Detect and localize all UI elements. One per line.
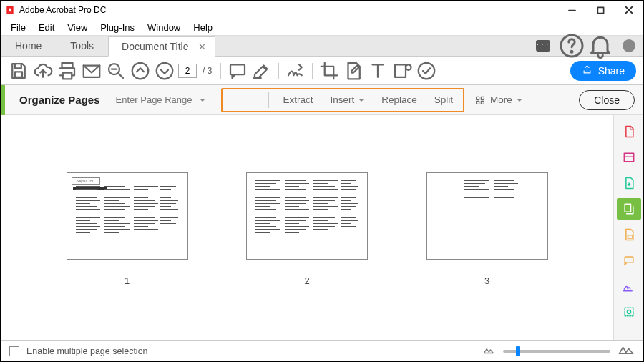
svg-rect-15 [230, 64, 245, 74]
insert-button[interactable]: Insert [322, 92, 369, 108]
comment-icon[interactable]: ● ● ● [529, 36, 557, 56]
svg-point-13 [132, 62, 149, 79]
rail-sign-icon[interactable] [617, 275, 641, 297]
menu-plugins[interactable]: Plug-Ins [94, 21, 140, 34]
delete-page-button[interactable] [254, 97, 263, 103]
minimize-button[interactable] [557, 1, 586, 19]
share-button-label: Share [598, 65, 625, 77]
replace-label: Replace [381, 94, 417, 105]
svg-point-5 [571, 51, 572, 52]
stamp-tool-icon[interactable] [391, 60, 413, 82]
adobe-acrobat-icon [5, 5, 15, 15]
window-close-button[interactable] [615, 1, 643, 19]
account-avatar[interactable] [615, 36, 643, 56]
rotate-right-button[interactable] [241, 97, 250, 103]
share-upload-icon [582, 64, 592, 77]
thumbnail-zoom-slider[interactable] [503, 350, 610, 353]
zoom-out-thumb-icon[interactable] [483, 346, 496, 356]
multi-select-label: Enable multiple page selection [26, 346, 148, 356]
menu-edit[interactable]: Edit [33, 21, 60, 34]
svg-rect-16 [395, 64, 406, 77]
organize-title: Organize Pages [19, 94, 100, 106]
extract-button[interactable]: Extract [275, 92, 318, 108]
more-label: More [490, 94, 512, 105]
svg-rect-23 [481, 97, 484, 99]
chevron-down-icon [358, 99, 364, 104]
app-title: Adobe Acrobat Pro DC [19, 5, 106, 15]
menu-view[interactable]: View [62, 21, 93, 34]
zoom-out-icon[interactable] [105, 60, 127, 82]
rail-sticky-note-icon[interactable] [617, 250, 641, 271]
replace-button[interactable]: Replace [373, 92, 421, 108]
highlight-tool-icon[interactable] [251, 60, 273, 82]
signature-tool-icon[interactable] [285, 60, 306, 82]
chevron-down-icon [200, 99, 205, 104]
page-thumbnail-3[interactable]: 3 [426, 172, 548, 286]
maximize-button[interactable] [586, 1, 615, 19]
page-number-label: 2 [246, 275, 368, 286]
zoom-in-thumb-icon[interactable] [618, 345, 635, 357]
mail-icon[interactable] [81, 60, 102, 82]
svg-rect-25 [481, 101, 484, 104]
page-up-icon[interactable] [130, 60, 151, 82]
save-icon[interactable] [8, 60, 29, 82]
svg-point-17 [406, 64, 411, 70]
tab-tools[interactable]: Tools [56, 36, 108, 56]
menu-help[interactable]: Help [187, 21, 218, 34]
svg-rect-30 [625, 257, 633, 263]
rail-redact-icon[interactable] [617, 301, 641, 323]
svg-rect-24 [477, 101, 479, 104]
cloud-upload-icon[interactable] [32, 60, 54, 82]
close-label: Close [594, 94, 620, 106]
organize-tool-group-highlight: Extract Insert Replace Split [221, 88, 465, 112]
text-tool-icon[interactable] [367, 60, 389, 82]
page-range-dropdown[interactable]: Enter Page Range [110, 92, 211, 108]
organize-accent [1, 85, 5, 115]
rotate-left-button[interactable] [228, 97, 237, 103]
close-organize-button[interactable]: Close [579, 90, 635, 110]
split-label: Split [434, 94, 453, 105]
page-number-input[interactable] [178, 64, 197, 78]
multi-select-checkbox[interactable] [9, 346, 19, 356]
menu-file[interactable]: File [5, 21, 31, 34]
svg-rect-1 [597, 7, 603, 13]
page-total-label: / 3 [200, 66, 215, 76]
svg-rect-8 [63, 72, 72, 79]
rail-organize-pages-icon[interactable] [617, 198, 641, 220]
svg-rect-6 [15, 72, 22, 77]
extract-label: Extract [283, 94, 313, 105]
svg-rect-29 [628, 235, 633, 238]
rail-create-pdf-icon[interactable] [617, 121, 641, 142]
svg-point-18 [419, 62, 435, 79]
page-range-label: Enter Page Range [116, 94, 192, 105]
share-button[interactable]: Share [570, 61, 636, 81]
svg-rect-31 [625, 308, 633, 316]
crop-tool-icon[interactable] [318, 60, 340, 82]
tab-document[interactable]: Document Title ✕ [108, 36, 215, 57]
svg-line-11 [119, 73, 123, 77]
rail-export-icon[interactable] [617, 172, 641, 194]
page-thumbnail-1[interactable]: Sayısı: 050 1 [67, 172, 188, 286]
status-ok-icon[interactable] [416, 60, 437, 82]
svg-rect-28 [625, 204, 630, 212]
rail-comment-icon[interactable] [617, 224, 641, 245]
help-icon[interactable] [557, 36, 586, 56]
page-thumbnail-2[interactable]: 2 [246, 172, 368, 286]
split-button[interactable]: Split [426, 92, 457, 108]
chevron-down-icon [517, 99, 522, 104]
page-down-icon[interactable] [154, 60, 175, 82]
notification-bell-icon[interactable] [586, 36, 615, 56]
insert-label: Insert [331, 94, 355, 105]
edit-pdf-tool-icon[interactable] [343, 60, 364, 82]
svg-point-32 [627, 310, 630, 314]
tab-close-icon[interactable]: ✕ [198, 41, 206, 52]
page-number-label: 3 [426, 275, 548, 286]
more-dropdown[interactable]: More [474, 94, 522, 106]
tab-home[interactable]: Home [1, 36, 56, 56]
menu-window[interactable]: Window [142, 21, 186, 34]
svg-rect-26 [624, 153, 633, 162]
print-icon[interactable] [57, 60, 78, 82]
rail-combine-icon[interactable] [617, 147, 641, 168]
comment-tool-icon[interactable] [227, 60, 248, 82]
page-number-label: 1 [67, 275, 188, 286]
